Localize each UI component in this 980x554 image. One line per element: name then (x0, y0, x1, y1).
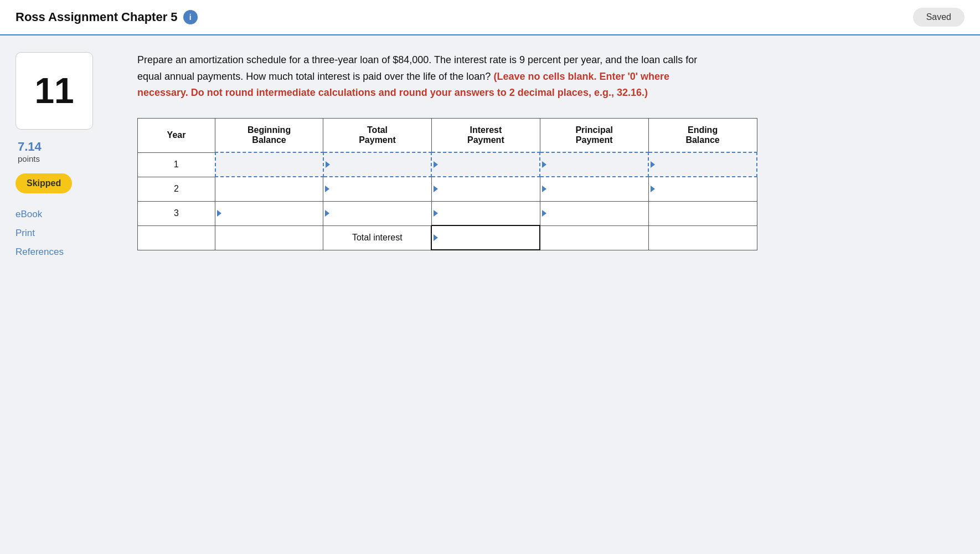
row3-beginning-balance-cell[interactable] (215, 201, 323, 225)
year-1: 1 (138, 152, 215, 177)
amortization-table: Year BeginningBalance TotalPayment Inter… (137, 118, 757, 250)
col-total-payment: TotalPayment (323, 119, 432, 153)
skipped-badge[interactable]: Skipped (16, 173, 72, 193)
info-icon[interactable]: i (183, 10, 198, 24)
question-box: 11 (16, 52, 93, 130)
row2-ending-balance-cell[interactable] (648, 177, 757, 201)
row1-ending-balance-input[interactable] (649, 153, 756, 176)
total-beginning-empty (215, 225, 323, 250)
year-3: 3 (138, 201, 215, 225)
references-link[interactable]: References (16, 247, 115, 258)
row2-ending-balance-input[interactable] (649, 177, 757, 201)
row3-total-payment-input[interactable] (323, 202, 431, 225)
row3-ending-balance-input[interactable] (649, 202, 757, 225)
question-text: Prepare an amortization schedule for a t… (137, 52, 719, 101)
page-title: Ross Assignment Chapter 5 (16, 10, 178, 24)
row1-total-payment-input[interactable] (324, 153, 431, 176)
row2-principal-payment-input[interactable] (540, 177, 648, 201)
col-interest-payment: InterestPayment (431, 119, 540, 153)
year-2: 2 (138, 177, 215, 201)
top-bar: Ross Assignment Chapter 5 i Saved (0, 0, 980, 35)
row2-total-payment-cell[interactable] (323, 177, 432, 201)
row3-ending-balance-cell[interactable] (648, 201, 757, 225)
points-value: 7.14 (18, 140, 115, 154)
row1-ending-balance-cell[interactable] (648, 152, 757, 177)
row3-principal-payment-input[interactable] (540, 202, 648, 225)
row1-beginning-balance-cell[interactable] (215, 152, 323, 177)
row2-beginning-balance-cell[interactable] (215, 177, 323, 201)
row2-interest-payment-input[interactable] (432, 177, 540, 201)
col-beginning-balance: BeginningBalance (215, 119, 323, 153)
row1-interest-payment-input[interactable] (432, 153, 539, 176)
row1-principal-payment-input[interactable] (540, 153, 648, 176)
row3-principal-payment-cell[interactable] (540, 201, 648, 225)
row1-beginning-balance-input[interactable] (216, 153, 323, 176)
col-year: Year (138, 119, 215, 153)
print-link[interactable]: Print (16, 228, 115, 239)
table-row: 3 (138, 201, 757, 225)
row3-total-payment-cell[interactable] (323, 201, 432, 225)
row3-interest-payment-input[interactable] (432, 202, 540, 225)
sidebar-links: eBook Print References (16, 209, 115, 258)
total-year-empty (138, 225, 215, 250)
col-ending-balance: EndingBalance (648, 119, 757, 153)
question-number: 11 (34, 70, 74, 111)
row3-interest-payment-cell[interactable] (431, 201, 540, 225)
points-label: points (18, 154, 115, 163)
total-interest-row: Total interest (138, 225, 757, 250)
row3-beginning-balance-input[interactable] (215, 202, 323, 225)
row2-beginning-balance-input[interactable] (215, 177, 323, 201)
total-interest-input-cell[interactable] (431, 225, 540, 250)
ebook-link[interactable]: eBook (16, 209, 115, 220)
saved-button[interactable]: Saved (913, 8, 964, 27)
row2-interest-payment-cell[interactable] (431, 177, 540, 201)
row2-total-payment-input[interactable] (323, 177, 431, 201)
total-ending-empty (648, 225, 757, 250)
total-principal-empty (540, 225, 648, 250)
top-bar-left: Ross Assignment Chapter 5 i (16, 10, 198, 24)
row1-interest-payment-cell[interactable] (431, 152, 540, 177)
table-row: 1 (138, 152, 757, 177)
total-interest-input[interactable] (432, 226, 539, 249)
sidebar: 11 7.14 points Skipped eBook Print Refer… (16, 52, 115, 258)
total-interest-label: Total interest (323, 225, 432, 250)
table-row: 2 (138, 177, 757, 201)
row1-principal-payment-cell[interactable] (540, 152, 648, 177)
col-principal-payment: PrincipalPayment (540, 119, 648, 153)
question-area: Prepare an amortization schedule for a t… (115, 52, 964, 258)
main-content: 11 7.14 points Skipped eBook Print Refer… (0, 35, 980, 274)
row1-total-payment-cell[interactable] (323, 152, 432, 177)
row2-principal-payment-cell[interactable] (540, 177, 648, 201)
points-section: 7.14 points (18, 140, 115, 163)
